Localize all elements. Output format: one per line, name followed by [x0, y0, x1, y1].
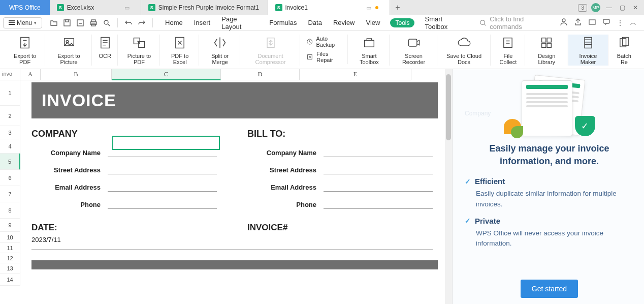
more-icon[interactable]: ⋮ [617, 19, 624, 27]
field-input[interactable] [108, 165, 217, 174]
spreadsheet-icon: S [148, 4, 155, 11]
tab-menu-icon[interactable]: ▭ [124, 5, 130, 11]
col-header-c[interactable]: C [112, 69, 221, 80]
tab-home[interactable]: Home [164, 18, 184, 27]
chevron-down-icon: ▾ [34, 20, 37, 25]
print-preview-icon[interactable] [102, 18, 111, 27]
doc-tab-invoice[interactable]: S invoice1 ▭ [268, 0, 390, 15]
tab-insert[interactable]: Insert [193, 18, 212, 27]
tab-review[interactable]: Review [332, 18, 356, 27]
open-icon[interactable] [49, 18, 58, 27]
close-button[interactable]: ✕ [631, 3, 640, 12]
get-started-button[interactable]: Get started [521, 280, 578, 298]
row-header[interactable]: 4 [0, 139, 20, 154]
export-picture-button[interactable]: Export to Picture [46, 35, 92, 66]
saveas-icon[interactable] [76, 18, 85, 27]
row-header[interactable]: 13 [0, 263, 20, 273]
field-input[interactable] [324, 165, 433, 174]
svg-rect-1 [66, 20, 69, 22]
split-merge-button[interactable]: Split or Merge [200, 35, 240, 66]
shield-check-icon: ✓ [575, 116, 595, 136]
doc-tab-label: invoice1 [285, 4, 308, 11]
field-label: Phone [31, 201, 108, 208]
redo-icon[interactable] [137, 18, 146, 27]
field-input[interactable] [108, 183, 217, 192]
app-tab[interactable]: WPS Office [0, 0, 50, 15]
maximize-button[interactable]: ▢ [618, 3, 627, 12]
row-header[interactable]: 9 [0, 219, 20, 232]
row-header[interactable]: 5 [0, 154, 20, 170]
print-icon[interactable] [89, 18, 98, 27]
share-icon[interactable] [574, 18, 582, 28]
feature-heading: Private [475, 217, 500, 225]
file-collect-button[interactable]: File Collect [492, 35, 526, 66]
row-header[interactable]: 2 [0, 106, 20, 126]
row-header[interactable]: 1 [0, 80, 20, 106]
invoice-body: COMPANY Company Name Street Address Emai… [20, 118, 433, 250]
tab-formulas[interactable]: Formulas [268, 18, 298, 27]
work-area: invo A B C D E 1 2 3 4 5 6 7 8 9 10 11 1… [0, 69, 644, 304]
ocr-button[interactable]: OCR [93, 35, 118, 66]
ghost-label: Company [465, 110, 491, 117]
scrollbar-thumb[interactable] [446, 74, 451, 140]
doc-tab-template[interactable]: S Simple Fresh Purple Invoice Format1 [141, 0, 268, 15]
col-header-e[interactable]: E [300, 69, 411, 80]
save-icon[interactable] [62, 18, 72, 27]
field-input[interactable] [324, 183, 433, 192]
table-header-bar [31, 260, 438, 269]
vertical-scrollbar[interactable] [445, 69, 452, 304]
row-header[interactable]: 8 [0, 202, 20, 219]
svg-rect-5 [91, 24, 95, 26]
field-input[interactable] [324, 148, 433, 157]
row-header[interactable]: 6 [0, 170, 20, 186]
collapse-ribbon-icon[interactable]: ︿ [630, 18, 637, 27]
field-input[interactable] [108, 200, 217, 209]
invoice-maker-button[interactable]: Invoice Maker [568, 35, 608, 66]
tab-page-layout[interactable]: Page Layout [220, 14, 259, 32]
row-header[interactable]: 14 [0, 273, 20, 286]
smart-toolbox-button[interactable]: Smart Toolbox [349, 35, 390, 66]
row-header[interactable]: 10 [0, 232, 20, 243]
save-cloud-button[interactable]: Save to Cloud Docs [438, 35, 491, 66]
active-cell[interactable] [112, 136, 220, 150]
picture-to-pdf-button[interactable]: Picture to PDF [119, 35, 160, 66]
row-header[interactable]: 7 [0, 186, 20, 202]
undo-icon[interactable] [124, 18, 133, 27]
row-header[interactable]: 3 [0, 126, 20, 139]
theme-icon[interactable] [588, 18, 596, 28]
ribbon-label: Export to Picture [51, 53, 86, 65]
menu-button[interactable]: Menu ▾ [3, 17, 42, 28]
name-box[interactable]: invo [0, 69, 20, 80]
tab-data[interactable]: Data [307, 18, 323, 27]
pdf-to-excel-button[interactable]: PDF to Excel [161, 35, 199, 66]
field-input[interactable] [324, 200, 433, 209]
col-header-d[interactable]: D [221, 69, 300, 80]
command-search[interactable]: Click to find commands [479, 15, 558, 31]
design-library-button[interactable]: Design Library [526, 35, 567, 66]
tab-tools[interactable]: Tools [390, 18, 414, 27]
user-avatar[interactable]: MP [591, 3, 600, 12]
col-header-a[interactable]: A [20, 69, 41, 80]
files-repair-button[interactable]: Files Repair [306, 51, 342, 63]
account-icon[interactable] [560, 18, 568, 28]
grid[interactable]: INVOICE COMPANY Company Name Street Addr… [20, 80, 452, 304]
tab-view[interactable]: View [365, 18, 381, 27]
spreadsheet[interactable]: invo A B C D E 1 2 3 4 5 6 7 8 9 10 11 1… [0, 69, 452, 304]
tab-smart-toolbox[interactable]: Smart Toolbox [424, 14, 467, 32]
doc-tab-excel[interactable]: S Excel.xlsx ▭ [50, 0, 141, 15]
ribbon-label: Save to Cloud Docs [443, 53, 485, 65]
notification-badge[interactable]: 3 [578, 4, 587, 12]
date-value[interactable]: 2023/7/11 [31, 236, 217, 244]
feedback-icon[interactable] [602, 18, 610, 28]
batch-button[interactable]: Batch Re [609, 35, 639, 66]
tab-menu-icon[interactable]: ▭ [366, 5, 371, 11]
export-pdf-button[interactable]: Export to PDF [5, 35, 45, 66]
feature-body: Easily duplicate similar information for… [476, 189, 634, 209]
row-header[interactable]: 11 [0, 243, 20, 253]
row-header[interactable]: 12 [0, 253, 20, 263]
minimize-button[interactable]: — [604, 3, 614, 12]
screen-recorder-button[interactable]: Screen Recorder [391, 35, 437, 66]
new-tab-button[interactable]: + [390, 0, 405, 15]
col-header-b[interactable]: B [41, 69, 112, 80]
auto-backup-button[interactable]: Auto Backup [306, 36, 342, 48]
